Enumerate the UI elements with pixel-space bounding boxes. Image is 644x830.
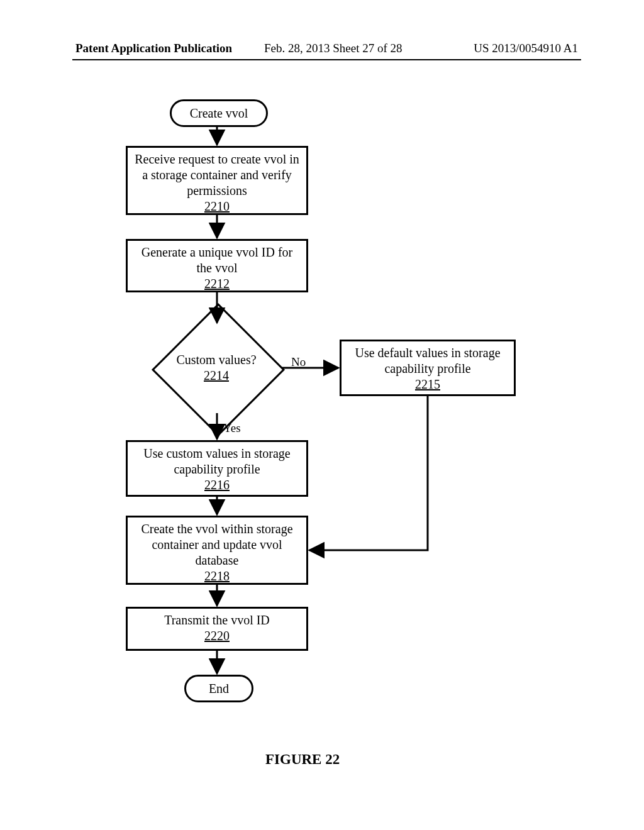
step-2216-ref: 2216 [133, 477, 301, 493]
step-2216: Use custom values in storage capability … [126, 440, 308, 497]
decision-2214-label: Custom values? 2214 [153, 327, 279, 409]
terminator-start: Create vvol [170, 99, 268, 127]
header-mid: Feb. 28, 2013 Sheet 27 of 28 [264, 42, 402, 55]
terminator-end: End [184, 675, 253, 702]
decision-2214-text: Custom values? [176, 352, 256, 368]
step-2210: Receive request to create vvol in a stor… [126, 146, 308, 215]
decision-2214: Custom values? 2214 [153, 327, 279, 409]
step-2220: Transmit the vvol ID 2220 [126, 607, 308, 651]
step-2215-ref: 2215 [347, 377, 509, 392]
step-2218-ref: 2218 [133, 568, 301, 584]
step-2220-ref: 2220 [133, 628, 301, 644]
edge-no: No [291, 355, 306, 369]
step-2210-ref: 2210 [133, 199, 301, 214]
step-2215-text: Use default values in storage capability… [347, 345, 509, 377]
step-2210-text: Receive request to create vvol in a stor… [133, 152, 301, 199]
step-2218: Create the vvol within storage container… [126, 516, 308, 585]
step-2212: Generate a unique vvol ID for the vvol 2… [126, 239, 308, 292]
header-rule [72, 59, 581, 60]
decision-2214-ref: 2214 [204, 368, 229, 384]
step-2212-text: Generate a unique vvol ID for the vvol [133, 245, 301, 276]
terminator-end-label: End [209, 682, 229, 696]
step-2216-text: Use custom values in storage capability … [133, 446, 301, 477]
figure-caption: FIGURE 22 [265, 751, 340, 768]
connectors [0, 0, 644, 830]
header-left: Patent Application Publication [75, 42, 232, 55]
step-2212-ref: 2212 [133, 276, 301, 292]
step-2220-text: Transmit the vvol ID [133, 612, 301, 628]
step-2215: Use default values in storage capability… [340, 340, 516, 396]
patent-page: Patent Application Publication Feb. 28, … [0, 0, 644, 830]
terminator-start-label: Create vvol [190, 106, 248, 121]
edge-yes: Yes [223, 421, 241, 435]
step-2218-text: Create the vvol within storage container… [133, 521, 301, 568]
header-right: US 2013/0054910 A1 [474, 42, 578, 55]
